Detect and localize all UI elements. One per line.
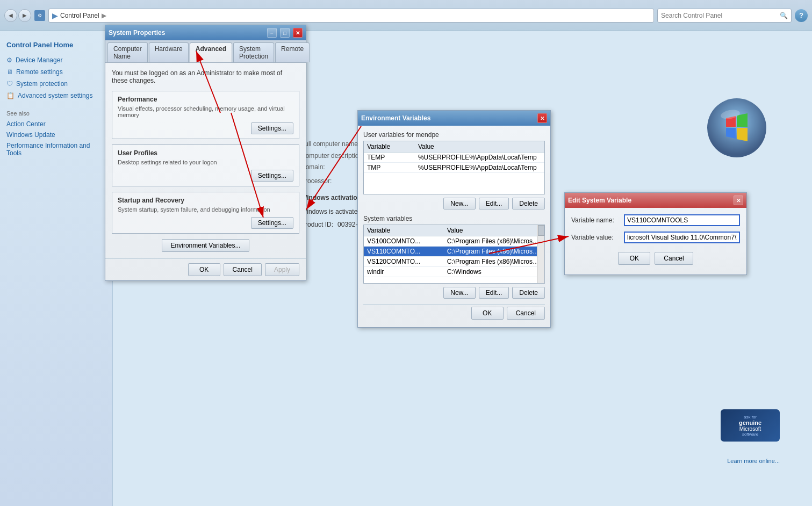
address-icon: ▶ [52,11,58,20]
edit-var-content: Variable name: Variable value: OK Cancel [565,208,746,274]
address-bar[interactable]: ▶ Control Panel ▶ [48,9,654,23]
user-vars-title: User variables for mendpe [363,131,545,139]
sys-var-vs110-name: VS110COMNTO... [364,247,444,257]
software-label: software [742,432,758,437]
user-var-row-temp[interactable]: TEMP %USERPROFILE%\AppData\Local\Temp [364,153,544,163]
system-properties-dialog: System Properties − □ ✕ Computer Name Ha… [105,25,306,281]
scrollbar-thumb[interactable] [538,225,544,236]
user-var-buttons: New... Edit... Delete [363,198,545,209]
user-var-col-variable: Variable [364,141,415,153]
windows-logo [705,96,769,160]
performance-title: Performance [118,96,293,103]
env-vars-content: User variables for mendpe Variable Value… [358,126,550,327]
learn-more-link[interactable]: Learn more online... [727,458,780,464]
sys-var-row-vs110[interactable]: VS110COMNTO... C:\Program Files (x86)\Mi… [364,247,544,257]
tab-system-protection[interactable]: System Protection [233,42,274,62]
startup-recovery-desc: System startup, system failure, and debu… [118,206,293,213]
user-vars-table: Variable Value TEMP %USERPROFILE%\AppDat… [364,141,544,173]
env-vars-titlebar: Environment Variables ✕ [358,111,550,126]
genuine-label: genuine [739,420,761,426]
sidebar-label-system-protection: System protection [16,80,68,88]
address-text: Control Panel [60,12,99,19]
env-close-button[interactable]: ✕ [537,113,547,123]
sys-var-new-button[interactable]: New... [443,287,475,299]
sidebar-item-system-protection[interactable]: 🛡 System protection [0,78,112,90]
sys-var-col-value: Value [444,225,544,236]
environment-variables-button[interactable]: Environment Variables... [162,239,250,252]
control-panel-icon: ⚙ [34,10,45,21]
search-input[interactable] [661,12,778,19]
minimize-button[interactable]: − [267,28,277,38]
tab-remote[interactable]: Remote [275,42,310,62]
sys-var-delete-button[interactable]: Delete [512,287,545,299]
microsoft-label: Microsoft [739,426,761,432]
sys-var-vs120-value: C:\Program Files (x86)\Microsoft Visual … [444,257,544,267]
env-cancel-button[interactable]: Cancel [507,307,545,320]
sidebar: Control Panel Home ⚙ Device Manager 🖥 Re… [0,31,113,506]
back-button[interactable]: ◀ [4,9,17,22]
sidebar-label-advanced-settings: Advanced system settings [18,92,92,99]
search-bar[interactable]: 🔍 [657,9,792,23]
sidebar-item-device-manager[interactable]: ⚙ Device Manager [0,54,112,66]
ask-for-label: ask for [744,415,757,420]
sys-vars-title: System variables [363,215,545,222]
sys-var-row-vs120[interactable]: VS120COMNTO... C:\Program Files (x86)\Mi… [364,257,544,267]
tab-advanced[interactable]: Advanced [190,42,232,62]
startup-recovery-settings-button[interactable]: Settings... [251,217,293,229]
variable-value-input[interactable] [624,232,740,243]
edit-cancel-button[interactable]: Cancel [655,252,693,265]
sidebar-link-action-center[interactable]: Action Center [0,119,112,129]
genuine-badge: ask for genuine Microsoft software [721,409,780,442]
apply-button[interactable]: Apply [265,263,299,276]
sidebar-title: Control Panel Home [0,38,112,54]
edit-var-footer: OK Cancel [571,249,740,268]
user-var-delete-button[interactable]: Delete [512,198,545,209]
forward-button[interactable]: ▶ [18,9,31,22]
edit-ok-button[interactable]: OK [618,252,650,265]
sys-var-row-vs100[interactable]: VS100COMNTO... C:\Program Files (x86)\Mi… [364,236,544,247]
scrollbar[interactable] [537,225,544,283]
sys-var-edit-button[interactable]: Edit... [479,287,509,299]
sys-var-row-windir[interactable]: windir C:\Windows [364,267,544,277]
edit-close-button[interactable]: ✕ [734,196,743,205]
user-profiles-desc: Desktop settings related to your logon [118,159,293,165]
tab-bar: Computer Name Hardware Advanced System P… [105,40,306,63]
startup-recovery-section: Startup and Recovery System startup, sys… [112,192,299,234]
tab-hardware[interactable]: Hardware [149,42,189,62]
user-profiles-settings-button[interactable]: Settings... [251,170,293,182]
user-var-col-value: Value [415,141,544,153]
edit-var-titlebar: Edit System Variable ✕ [565,193,746,208]
sys-var-vs120-name: VS120COMNTO... [364,257,444,267]
remote-settings-icon: 🖥 [6,68,13,76]
device-manager-icon: ⚙ [6,56,12,64]
search-icon: 🔍 [780,12,788,19]
see-also-title: See also [0,102,112,119]
maximize-button[interactable]: □ [280,28,290,38]
env-ok-button[interactable]: OK [471,307,504,320]
user-var-tmp-value: %USERPROFILE%\AppData\Local\Temp [415,163,544,173]
performance-desc: Visual effects, processor scheduling, me… [118,105,293,118]
sidebar-link-windows-update[interactable]: Windows Update [0,129,112,140]
user-var-new-button[interactable]: New... [443,198,475,209]
sys-vars-table: Variable Value VS100COMNTO... C:\Program… [364,225,544,277]
variable-name-input[interactable] [624,214,740,226]
sidebar-label-remote-settings: Remote settings [16,68,63,76]
user-var-edit-button[interactable]: Edit... [479,198,509,209]
cancel-button[interactable]: Cancel [224,263,262,276]
nav-buttons: ◀ ▶ [4,9,31,22]
ok-button[interactable]: OK [188,263,220,276]
environment-variables-dialog: Environment Variables ✕ User variables f… [357,110,551,328]
help-button[interactable]: ? [795,9,808,22]
performance-section: Performance Visual effects, processor sc… [112,91,299,139]
user-var-row-tmp[interactable]: TMP %USERPROFILE%\AppData\Local\Temp [364,163,544,173]
tab-computer-name[interactable]: Computer Name [107,42,148,62]
sidebar-item-remote-settings[interactable]: 🖥 Remote settings [0,66,112,78]
sidebar-item-advanced-settings[interactable]: 📋 Advanced system settings [0,90,112,102]
close-button[interactable]: ✕ [293,28,303,38]
performance-settings-button[interactable]: Settings... [251,122,293,134]
env-vars-title: Environment Variables [361,114,534,122]
sys-var-windir-name: windir [364,267,444,277]
sidebar-link-performance[interactable]: Performance Information and Tools [0,140,112,158]
admin-note: You must be logged on as an Administrato… [112,69,299,84]
sys-var-vs110-value: C:\Program Files (x86)\Microsoft Visual … [444,247,544,257]
